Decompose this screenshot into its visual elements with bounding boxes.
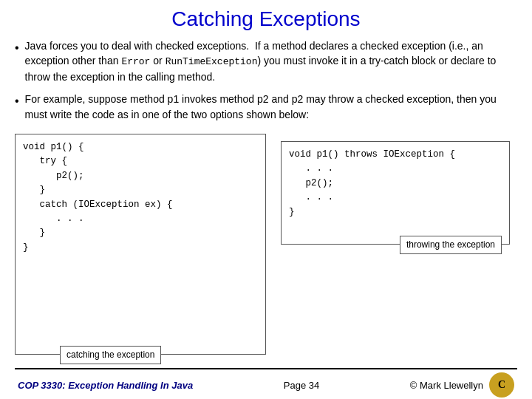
bullet-text-2: For example, suppose method p1 invokes m… xyxy=(25,92,517,122)
code-line-5: catch (IOException ex) { xyxy=(23,198,258,212)
code-line-8: } xyxy=(23,241,258,255)
rcode-line-5: } xyxy=(289,205,502,219)
copyright-text: © Mark Llewellyn xyxy=(410,380,483,391)
label-catching: catching the exception xyxy=(60,346,161,364)
page-title: Catching Exceptions xyxy=(15,7,517,31)
footer-course: COP 3330: Exception Handling In Java xyxy=(18,380,193,391)
ucf-logo-icon: C xyxy=(489,372,514,398)
code-line-4: } xyxy=(23,183,258,197)
rcode-line-3: p2(); xyxy=(289,177,502,191)
page: Catching Exceptions • Java forces you to… xyxy=(0,0,532,399)
code-line-2: try { xyxy=(23,154,258,168)
bullet-text-1: Java forces you to deal with checked exc… xyxy=(25,38,517,84)
footer-copyright: © Mark Llewellyn C xyxy=(410,372,514,398)
code-box-right: void p1() throws IOException { . . . p2(… xyxy=(281,141,510,245)
code-line-6: . . . xyxy=(23,212,258,226)
footer: COP 3330: Exception Handling In Java Pag… xyxy=(15,368,517,399)
code-line-7: } xyxy=(23,226,258,240)
bullet-dot-2: • xyxy=(15,92,19,109)
rcode-line-1: void p1() throws IOException { xyxy=(289,148,502,162)
code-line-3: p2(); xyxy=(23,169,258,183)
code-section: void p1() { try { p2(); } catch (IOExcep… xyxy=(15,134,517,355)
label-throwing: throwing the exception xyxy=(400,236,502,254)
rcode-line-2: . . . xyxy=(289,162,502,176)
code-box-left: void p1() { try { p2(); } catch (IOExcep… xyxy=(15,134,266,355)
rcode-line-4: . . . xyxy=(289,191,502,205)
bullet-item-2: • For example, suppose method p1 invokes… xyxy=(15,92,517,122)
footer-page: Page 34 xyxy=(284,380,319,391)
code-line-1: void p1() { xyxy=(23,140,258,154)
bullet-item-1: • Java forces you to deal with checked e… xyxy=(15,38,517,84)
bullet-dot-1: • xyxy=(15,39,19,56)
